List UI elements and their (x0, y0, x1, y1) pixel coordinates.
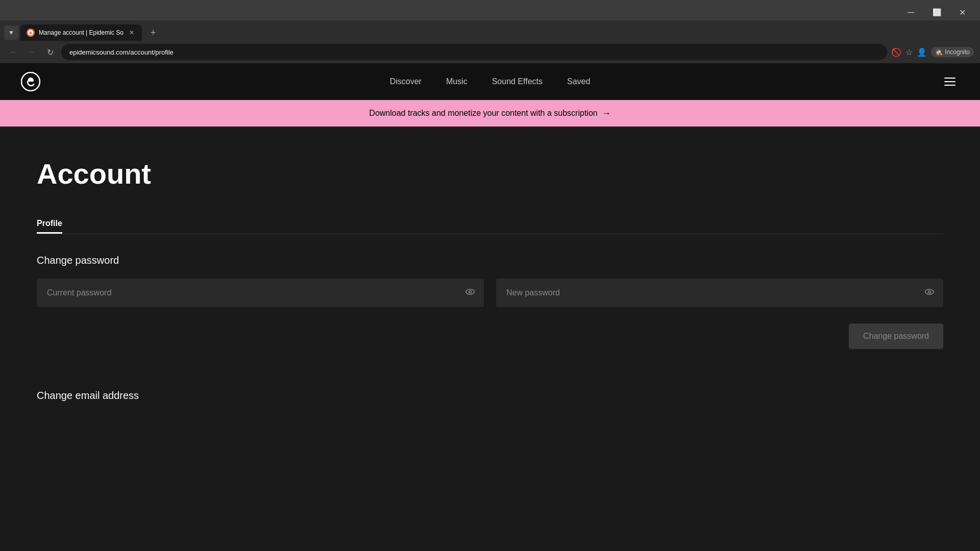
nav-link-discover[interactable]: Discover (390, 77, 422, 86)
tab-favicon (27, 29, 35, 37)
nav-links: Discover Music Sound Effects Saved (390, 77, 591, 86)
forward-button[interactable]: → (24, 45, 39, 59)
hamburger-line-3 (944, 85, 955, 86)
promo-banner[interactable]: Download tracks and monetize your conten… (0, 100, 980, 127)
hamburger-menu-button[interactable] (940, 73, 960, 90)
nav-link-music[interactable]: Music (446, 77, 468, 86)
svg-point-1 (466, 289, 475, 294)
change-password-actions: Change password (37, 323, 943, 349)
current-password-toggle-icon[interactable] (464, 286, 476, 300)
nav-right (940, 73, 960, 90)
tab-title: Manage account | Epidemic So (39, 29, 124, 36)
hamburger-line-2 (944, 81, 955, 82)
svg-point-2 (469, 290, 472, 293)
new-password-input[interactable] (496, 279, 943, 307)
change-password-title: Change password (37, 255, 943, 266)
active-tab[interactable]: Manage account | Epidemic So ✕ (20, 24, 142, 41)
address-bar-row: ← → ↻ 🚫 ☆ 👤 🕵️ Incognito (0, 41, 980, 63)
promo-arrow: → (602, 108, 611, 119)
password-fields (37, 279, 943, 307)
window-close-button[interactable]: ✕ (950, 4, 974, 20)
new-password-wrapper (496, 279, 943, 307)
address-bar-icons: 🚫 ☆ 👤 🕵️ Incognito (891, 47, 974, 57)
disable-video-icon: 🚫 (891, 47, 901, 57)
change-password-section: Change password (37, 255, 943, 349)
new-tab-button[interactable]: + (146, 26, 160, 40)
new-password-toggle-icon[interactable] (924, 286, 935, 300)
hamburger-line-1 (944, 78, 955, 79)
website: Discover Music Sound Effects Saved Downl… (0, 63, 980, 509)
current-password-wrapper (37, 279, 484, 307)
site-logo[interactable] (20, 71, 41, 92)
browser-chrome: ▼ Manage account | Epidemic So ✕ + ─ ⬜ ✕… (0, 0, 980, 63)
svg-point-4 (928, 290, 931, 293)
current-password-input[interactable] (37, 279, 484, 307)
change-password-button[interactable]: Change password (849, 323, 943, 349)
address-bar-input[interactable] (61, 44, 887, 60)
incognito-badge: 🕵️ Incognito (931, 47, 974, 57)
profile-tab[interactable]: Profile (37, 215, 62, 234)
svg-point-3 (925, 289, 934, 294)
tab-dropdown-btn[interactable]: ▼ (4, 26, 18, 40)
profile-icon[interactable]: 👤 (917, 47, 927, 57)
nav-link-saved[interactable]: Saved (567, 77, 590, 86)
change-email-section: Change email address (37, 390, 943, 402)
nav-link-sound-effects[interactable]: Sound Effects (492, 77, 543, 86)
back-button[interactable]: ← (6, 45, 20, 59)
epidemic-sound-logo-icon (21, 72, 40, 91)
tab-bar: ▼ Manage account | Epidemic So ✕ + ─ ⬜ ✕ (0, 20, 980, 41)
promo-text: Download tracks and monetize your conten… (369, 109, 597, 118)
bookmark-icon[interactable]: ☆ (905, 47, 913, 57)
reload-button[interactable]: ↻ (43, 45, 57, 59)
tab-close-button[interactable]: ✕ (128, 29, 136, 37)
browser-titlebar (0, 0, 980, 20)
page-title: Account (37, 157, 943, 190)
tab-divider (37, 234, 943, 234)
main-content: Account Profile Change password (0, 127, 980, 509)
change-email-title: Change email address (37, 390, 943, 402)
window-minimize-button[interactable]: ─ (899, 4, 923, 20)
window-maximize-button[interactable]: ⬜ (925, 4, 948, 20)
site-navbar: Discover Music Sound Effects Saved (0, 63, 980, 100)
account-tab-nav: Profile (37, 215, 943, 234)
